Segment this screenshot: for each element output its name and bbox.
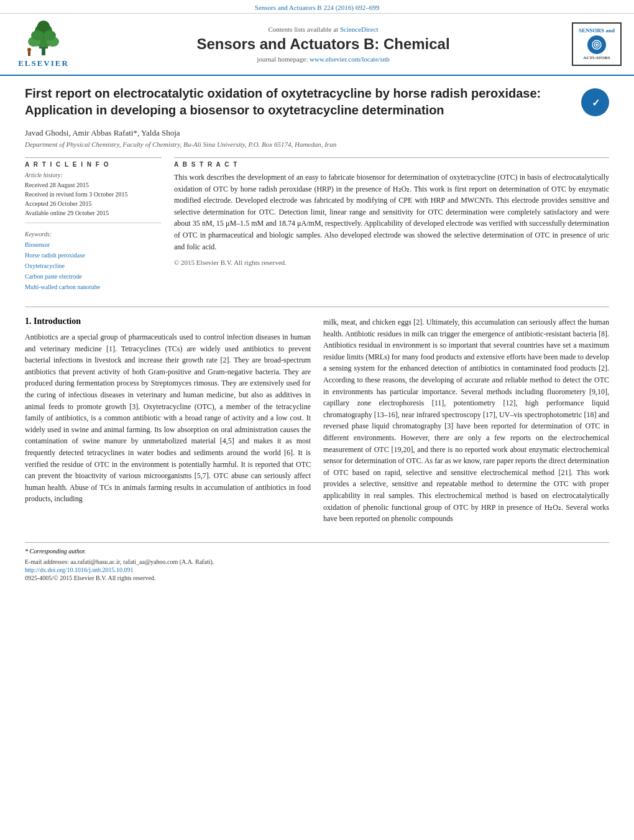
sensor-icon-svg — [590, 39, 603, 51]
authors: Javad Ghodsi, Amir Abbas Rafati*, Yalda … — [25, 128, 609, 138]
copyright: © 2015 Elsevier B.V. All rights reserved… — [174, 257, 609, 268]
footer-doi: http://dx.doi.org/10.1016/j.snb.2015.10.… — [25, 566, 609, 573]
svg-point-8 — [37, 21, 50, 32]
journal-center: Contents lists available at ScienceDirec… — [75, 25, 572, 63]
intro-right-col: milk, meat, and chicken eggs [2]. Ultima… — [323, 316, 609, 530]
section1-title: 1. Introduction — [25, 316, 311, 326]
keyword-biosensor: Biosensor — [25, 239, 162, 250]
history-label: Article history: — [25, 172, 162, 178]
elsevier-label: ELSEVIER — [18, 58, 69, 68]
journal-homepage: journal homepage: www.elsevier.com/locat… — [75, 55, 572, 63]
journal-header: ELSEVIER Contents lists available at Sci… — [0, 14, 634, 76]
journal-reference-bar: Sensors and Actuators B 224 (2016) 692–6… — [0, 0, 634, 14]
svg-rect-10 — [28, 52, 30, 56]
sensors-logo-bottom: ACTUATORS — [583, 55, 610, 61]
page: Sensors and Actuators B 224 (2016) 692–6… — [0, 0, 634, 592]
introduction-section: 1. Introduction Antibiotics are a specia… — [25, 316, 609, 530]
article-info-col: A R T I C L E I N F O Article history: R… — [25, 157, 162, 297]
article-title: First report on electrocatalytic oxidati… — [25, 85, 581, 119]
abstract-col: A B S T R A C T This work describes the … — [174, 157, 609, 297]
keyword-hrp: Horse radish peroxidase — [25, 250, 162, 261]
article-info-abstract: A R T I C L E I N F O Article history: R… — [25, 157, 609, 297]
svg-point-13 — [595, 44, 598, 46]
sensors-logo-top: SENSORS and — [579, 27, 615, 35]
article-title-section: First report on electrocatalytic oxidati… — [25, 85, 609, 122]
keywords-label: Keywords: — [25, 231, 162, 238]
keyword-cpe: Carbon paste electrode — [25, 271, 162, 282]
svg-point-6 — [31, 30, 44, 40]
crossmark-icon: ✓ — [587, 94, 604, 111]
online-date: Available online 29 October 2015 — [25, 208, 162, 218]
article-body: First report on electrocatalytic oxidati… — [0, 76, 634, 592]
keyword-mwcnt: Multi-walled carbon nanotube — [25, 282, 162, 292]
keyword-otc: Oxytetracycline — [25, 261, 162, 271]
doi-link[interactable]: http://dx.doi.org/10.1016/j.snb.2015.10.… — [25, 566, 134, 573]
intro-left-text: Antibiotics are a special group of pharm… — [25, 331, 311, 505]
intro-right-text: milk, meat, and chicken eggs [2]. Ultima… — [323, 316, 609, 525]
body-divider — [25, 307, 609, 307]
sciencedirect-link[interactable]: ScienceDirect — [340, 25, 379, 33]
accepted-date: Accepted 26 October 2015 — [25, 199, 162, 208]
journal-title: Sensors and Actuators B: Chemical — [75, 35, 572, 53]
homepage-url[interactable]: www.elsevier.com/locate/snb — [310, 55, 390, 63]
article-info-header: A R T I C L E I N F O — [25, 161, 162, 168]
keywords-block: Keywords: Biosensor Horse radish peroxid… — [25, 231, 162, 292]
journal-ref: Sensors and Actuators B 224 (2016) 692–6… — [255, 4, 379, 11]
sensors-logo-icon — [587, 35, 606, 54]
article-history-block: Article history: Received 28 August 2015… — [25, 172, 162, 223]
footer-issn: 0925-4005/© 2015 Elsevier B.V. All right… — [25, 573, 609, 583]
svg-rect-0 — [42, 48, 45, 55]
elsevier-logo: ELSEVIER — [12, 20, 75, 68]
affiliation: Department of Physical Chemistry, Facult… — [25, 141, 609, 148]
intro-left-col: 1. Introduction Antibiotics are a specia… — [25, 316, 311, 530]
svg-point-7 — [44, 30, 56, 40]
svg-point-9 — [27, 48, 31, 52]
contents-line: Contents lists available at ScienceDirec… — [75, 25, 572, 33]
corresponding-note: * Corresponding author. — [25, 548, 609, 555]
svg-text:✓: ✓ — [591, 98, 599, 108]
revised-date: Received in revised form 3 October 2015 — [25, 190, 162, 199]
abstract-text: This work describes the development of a… — [174, 172, 609, 268]
sensors-actuators-logo: SENSORS and ACTUATORS — [572, 22, 622, 66]
elsevier-tree-icon — [22, 20, 65, 57]
received-date: Received 28 August 2015 — [25, 180, 162, 190]
footer-notes: * Corresponding author. E-mail addresses… — [25, 542, 609, 583]
crossmark-badge: ✓ — [581, 88, 609, 116]
footer-emails: E-mail addresses: aa.rafati@basu.ac.ir, … — [25, 557, 609, 566]
abstract-header: A B S T R A C T — [174, 161, 609, 168]
